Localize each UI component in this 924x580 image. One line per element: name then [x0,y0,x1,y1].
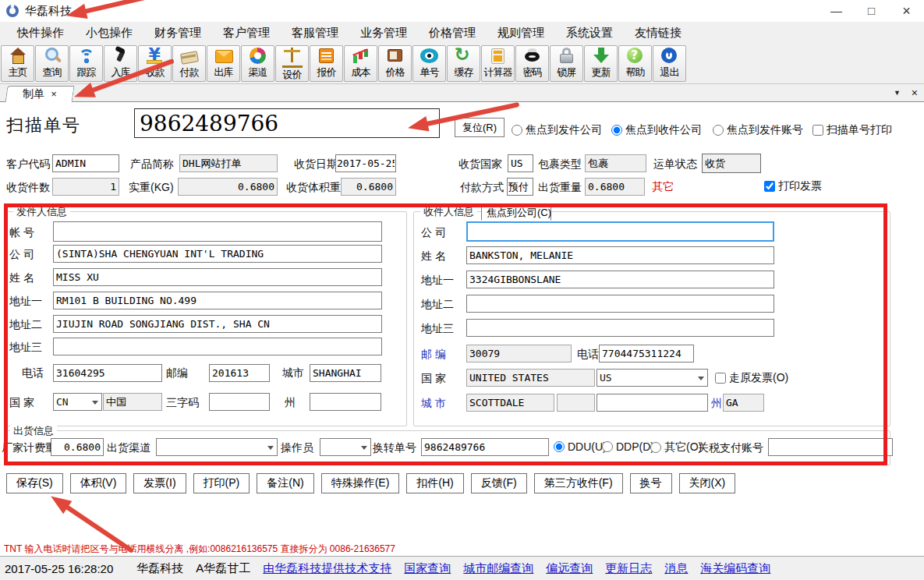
billed-weight-input[interactable] [51,438,104,456]
customs-code-query-link[interactable]: 海关编码查询 [700,561,770,576]
toolbar-pay[interactable]: 付款 [172,45,206,82]
sender-name-input[interactable] [53,268,382,286]
toolbar-calculator[interactable]: 计算器 [481,45,515,82]
sender-country-name-input[interactable] [103,393,162,411]
toolbar-channel[interactable]: 渠道 [241,45,274,82]
print-invoice-checkbox[interactable]: 打印发票 [764,179,822,193]
recipient-zip-input[interactable] [466,345,572,362]
recipient-company-input[interactable] [466,221,774,242]
remark-button[interactable]: 备注(N) [257,473,313,493]
radio-focus-sender-account[interactable]: 焦点到发件账号 [713,123,803,137]
tech-support-link[interactable]: 由华磊科技提供技术支持 [263,561,391,576]
recipient-name-input[interactable] [466,246,774,264]
maximize-button[interactable]: □ [854,0,889,22]
sender-account-input[interactable] [53,221,382,242]
toolbar-quote[interactable]: 报价 [310,45,343,82]
toolbar-price[interactable]: 价格 [378,45,412,82]
sender-code3-input[interactable] [209,393,270,411]
tab-close-icon[interactable]: × [51,87,57,101]
invoice-button[interactable]: 发票(I) [133,473,186,493]
toolbar-set-price[interactable]: 设价 [275,45,309,82]
focus-to-company-button[interactable]: 焦点到公司(C) [481,204,551,221]
menu-rules[interactable]: 规则管理 [487,22,555,44]
toolbar-outbound[interactable]: 出库 [207,45,240,82]
recipient-state-input[interactable] [723,394,764,412]
scan-print-checkbox[interactable]: 扫描单号打印 [812,123,892,137]
close-tab-button[interactable]: 关闭(X) [679,473,736,493]
duty-account-input[interactable] [768,438,893,456]
menu-price[interactable]: 价格管理 [418,22,487,44]
menu-parcel-operations[interactable]: 小包操作 [75,22,143,44]
recipient-addr1-input[interactable] [466,271,774,288]
message-link[interactable]: 消息 [664,561,688,576]
toolbar-password[interactable]: 密码 [515,45,549,82]
transfer-no-input[interactable] [421,438,549,456]
pay-method-input[interactable] [507,178,533,196]
receive-date-input[interactable] [335,154,396,172]
volume-weight-input[interactable] [341,178,396,196]
ship-weight-input[interactable] [585,178,645,196]
pieces-input[interactable] [52,178,119,196]
customer-code-input[interactable] [52,154,119,172]
toolbar-waybill-no[interactable]: 单号 [412,45,446,82]
menu-links[interactable]: 友情链接 [624,22,692,44]
menu-customer-service[interactable]: 客服管理 [281,22,349,44]
radio-focus-recipient-company[interactable]: 焦点到收件公司 [611,123,702,137]
receive-country-input[interactable] [508,154,533,172]
volume-button[interactable]: 体积(V) [70,473,127,493]
country-query-link[interactable]: 国家查询 [404,561,451,576]
toolbar-lock-screen[interactable]: 锁屏 [550,45,583,82]
feedback-button[interactable]: 反馈(F) [471,473,527,493]
recipient-country-input[interactable] [466,369,595,387]
save-button[interactable]: 保存(S) [6,473,63,493]
recipient-city-aux-input[interactable] [557,394,595,412]
city-zip-query-link[interactable]: 城市邮编查询 [463,561,533,576]
hold-shipment-button[interactable]: 扣件(H) [406,473,463,493]
sender-addr2-input[interactable] [53,315,382,333]
tab-overflow-icon[interactable]: ▼ [894,87,901,100]
close-window-button[interactable]: × [889,0,924,22]
weight-input[interactable] [178,178,278,196]
recipient-addr3-input[interactable] [466,319,774,337]
tabbar-close-icon[interactable]: × [912,87,918,100]
toolbar-cost[interactable]: 成本 [344,45,377,82]
toolbar-help[interactable]: 帮助 [618,45,652,82]
toolbar-track[interactable]: 跟踪 [69,45,103,82]
minimize-button[interactable]: — [819,0,854,22]
recipient-phone-input[interactable] [599,345,694,362]
waybill-status-input[interactable] [702,154,761,173]
package-type-input[interactable] [585,154,646,172]
sender-addr3-input[interactable] [53,338,382,355]
tab-make-order[interactable]: 制单 × [5,86,75,102]
menu-system-settings[interactable]: 系统设置 [555,22,624,44]
radio-focus-sender-company[interactable]: 焦点到发件公司 [512,123,602,137]
toolbar-home[interactable]: 主页 [1,45,34,82]
special-operation-button[interactable]: 特殊操作(E) [321,473,400,493]
ddu-radio[interactable]: DDU(U) [554,440,607,453]
sender-phone-input[interactable] [53,364,162,382]
reset-button[interactable]: 复位(R) [455,118,504,137]
terms-other-radio[interactable]: 其它(O) [650,440,702,454]
product-input[interactable] [179,154,278,172]
toolbar-query[interactable]: 查询 [35,45,69,82]
print-button[interactable]: 打印(P) [193,473,250,493]
change-number-button[interactable]: 换号 [630,473,672,493]
toolbar-inbound[interactable]: 入库 [104,45,137,82]
ship-channel-select[interactable] [156,438,278,456]
toolbar-exit[interactable]: 退出 [653,45,686,82]
sender-state-input[interactable] [310,393,381,411]
toolbar-cache[interactable]: 缓存 [447,45,480,82]
operator-select[interactable] [320,438,371,456]
sender-city-input[interactable] [310,364,381,382]
toolbar-update[interactable]: 更新 [584,45,618,82]
original-invoice-checkbox[interactable]: 走原发票(O) [715,371,788,385]
remote-area-query-link[interactable]: 偏远查询 [546,561,593,576]
third-party-recipient-button[interactable]: 第三方收件(F) [534,473,623,493]
sender-zip-input[interactable] [209,364,270,382]
changelog-link[interactable]: 更新日志 [605,561,652,576]
scan-waybill-input[interactable] [134,108,440,138]
menu-express-operations[interactable]: 快件操作 [6,22,75,44]
sender-addr1-input[interactable] [53,292,382,309]
recipient-city-aux2-input[interactable] [597,394,708,412]
ddp-radio[interactable]: DDP(D) [602,440,654,453]
